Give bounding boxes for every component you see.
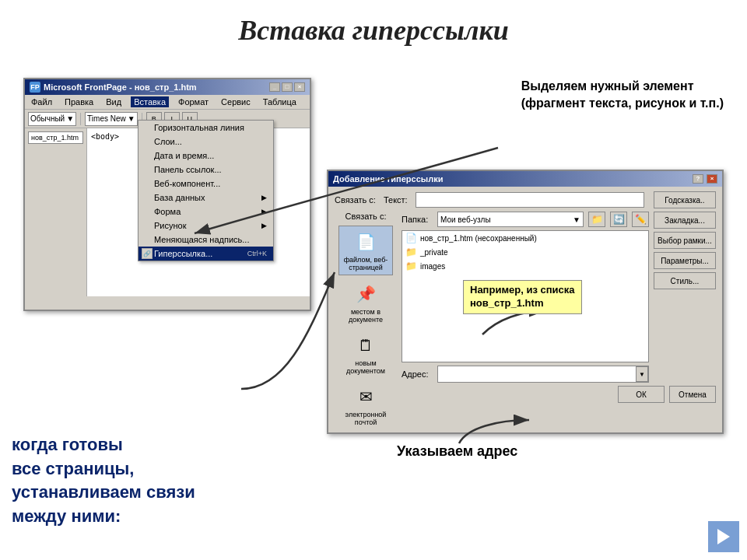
page-title: Вставка гиперссылки xyxy=(0,0,747,47)
toolbar-separator xyxy=(80,113,81,125)
file-item-3[interactable]: 📁 images xyxy=(402,259,648,273)
annotation-filelink-text: Например, из списканов_стр_1.htm xyxy=(470,284,575,309)
menu-table[interactable]: Таблица xyxy=(260,96,300,107)
address-input[interactable] xyxy=(438,366,636,382)
menu-marquee[interactable]: Меняющаяся надпись... xyxy=(139,233,273,247)
menu-layers[interactable]: Слои... xyxy=(139,135,273,149)
style-arrow: ▼ xyxy=(66,114,74,123)
font-dropdown[interactable]: Times New ▼ xyxy=(85,112,138,126)
annotation-filelink: Например, из списканов_стр_1.htm xyxy=(463,280,582,314)
cancel-button[interactable]: Отмена xyxy=(669,386,716,403)
bottom-left-text: когда готовывсе страницы,устанавливаем с… xyxy=(12,433,195,529)
link-type-email-label: электронной почтой xyxy=(340,411,391,426)
link-type-file-icon: 📄 xyxy=(353,229,378,254)
menu-hyperlink[interactable]: 🔗 Гиперссылка... Ctrl+K xyxy=(139,247,273,261)
menu-edit[interactable]: Правка xyxy=(61,96,96,107)
style-label: Обычный xyxy=(30,114,65,123)
menu-link-bar[interactable]: Панель ссылок... xyxy=(139,163,273,177)
menu-database[interactable]: База данных ▶ xyxy=(139,191,273,205)
file-name-3: images xyxy=(420,262,445,271)
hyperlink-label: Гиперссылка... xyxy=(154,249,212,258)
font-label: Times New xyxy=(87,114,126,123)
folder-btn-2[interactable]: 🔄 xyxy=(610,212,627,227)
annotation-address: Указываем адрес xyxy=(397,443,517,460)
menu-form[interactable]: Форма ▶ xyxy=(139,205,273,219)
nav-triangle-icon xyxy=(717,529,730,544)
link-type-file-label: файлом, веб-страницей xyxy=(341,256,391,271)
link-type-place[interactable]: 📌 местом в документе xyxy=(338,278,393,327)
web-component-label: Веб-компонент... xyxy=(154,179,220,188)
text-label: Текст: xyxy=(384,195,408,205)
dialog-titlebar-buttons: ? × xyxy=(693,174,717,184)
link-type-place-icon: 📌 xyxy=(353,282,378,306)
menu-web-component[interactable]: Веб-компонент... xyxy=(139,177,273,191)
annotation-address-text: Указываем адрес xyxy=(397,443,517,459)
folder-dropdown[interactable]: Мои веб-узлы ▼ xyxy=(437,212,584,227)
form-arrow: ▶ xyxy=(261,208,267,215)
insert-menu-dropdown: Горизонтальная линия Слои... Дата и врем… xyxy=(138,120,274,261)
file-name-1: нов_стр_1.htm (несохраненный) xyxy=(420,234,537,243)
menu-format[interactable]: Формат xyxy=(175,96,212,107)
sidebar-file[interactable]: нов_стр_1.htm xyxy=(28,131,83,144)
annotation-top-right: Выделяем нужный элемент(фрагмент текста,… xyxy=(521,78,724,113)
godskazka-button[interactable]: Годсказка.. xyxy=(654,191,716,208)
form-label: Форма xyxy=(154,207,181,216)
bookmark-button[interactable]: Закладка... xyxy=(654,212,716,229)
link-with-static: Связать с: xyxy=(345,212,387,221)
hyperlink-icon: 🔗 xyxy=(142,248,153,259)
menu-picture[interactable]: Рисунок ▶ xyxy=(139,219,273,233)
titlebar-buttons: _ □ × xyxy=(269,82,305,92)
annotation-top-right-text: Выделяем нужный элемент(фрагмент текста,… xyxy=(521,79,724,110)
link-type-email-icon: ✉ xyxy=(353,384,378,409)
link-type-file[interactable]: 📄 файлом, веб-страницей xyxy=(338,226,393,275)
file-icon-1: 📄 xyxy=(405,233,417,243)
frontpage-icon: FP xyxy=(30,82,40,93)
database-label: База данных xyxy=(154,193,205,202)
dialog-titlebar: Добавление гиперссылки ? × xyxy=(328,171,722,187)
folder-dropdown-arrow: ▼ xyxy=(573,215,580,224)
params-button[interactable]: Параметры... xyxy=(654,252,716,269)
minimize-button[interactable]: _ xyxy=(269,82,280,92)
menu-insert[interactable]: Вставка xyxy=(131,96,169,107)
link-types-panel: Связать с: 📄 файлом, веб-страницей 📌 мес… xyxy=(335,212,397,383)
frontpage-titlebar: FP Microsoft FrontPage - нов_стр_1.htm _… xyxy=(25,79,310,95)
menubar: Файл Правка Вид Вставка Формат Сервис Та… xyxy=(25,95,310,110)
menu-tools[interactable]: Сервис xyxy=(218,96,254,107)
dialog-close-button[interactable]: × xyxy=(707,174,717,184)
folder-icon-2: 📁 xyxy=(405,247,417,257)
maximize-button[interactable]: □ xyxy=(282,82,293,92)
link-bar-label: Панель ссылок... xyxy=(154,165,222,174)
text-input[interactable] xyxy=(416,192,644,208)
picture-arrow: ▶ xyxy=(261,222,267,229)
nav-triangle[interactable] xyxy=(708,521,739,552)
marquee-label: Меняющаяся надпись... xyxy=(154,235,249,244)
menu-file[interactable]: Файл xyxy=(28,96,55,107)
bottom-text-content: когда готовывсе страницы,устанавливаем с… xyxy=(12,435,195,526)
hyperlink-shortcut: Ctrl+K xyxy=(247,250,267,257)
content-area: FP Microsoft FrontPage - нов_стр_1.htm _… xyxy=(0,54,747,560)
close-button[interactable]: × xyxy=(294,82,305,92)
frame-select-button[interactable]: Выбор рамки... xyxy=(654,232,716,249)
address-field-container: ▼ xyxy=(437,366,649,383)
style-dropdown[interactable]: Обычный ▼ xyxy=(28,112,76,126)
folder-btn-3[interactable]: ✏️ xyxy=(632,212,649,227)
link-type-newdoc-icon: 🗒 xyxy=(353,333,378,358)
link-type-email[interactable]: ✉ электронной почтой xyxy=(338,381,393,429)
style-button[interactable]: Стиль... xyxy=(654,272,716,289)
link-type-new-doc[interactable]: 🗒 новым документом xyxy=(338,330,393,378)
database-arrow: ▶ xyxy=(261,194,267,201)
address-row: Адрес: ▼ xyxy=(402,366,649,383)
link-with-label: Связать с: xyxy=(335,195,376,205)
file-item-1[interactable]: 📄 нов_стр_1.htm (несохраненный) xyxy=(402,231,648,245)
dialog-help-button[interactable]: ? xyxy=(693,174,703,184)
address-dropdown-button[interactable]: ▼ xyxy=(636,366,648,382)
file-item-2[interactable]: 📁 _private xyxy=(402,245,648,259)
menu-horizontal-line[interactable]: Горизонтальная линия xyxy=(139,121,273,135)
layers-label: Слои... xyxy=(154,137,182,146)
menu-date-time[interactable]: Дата и время... xyxy=(139,149,273,163)
link-type-newdoc-label: новым документом xyxy=(340,359,391,375)
menu-view[interactable]: Вид xyxy=(103,96,124,107)
ok-button[interactable]: ОК xyxy=(618,386,665,403)
folder-value: Мои веб-узлы xyxy=(440,215,491,224)
folder-btn-1[interactable]: 📁 xyxy=(588,212,605,227)
